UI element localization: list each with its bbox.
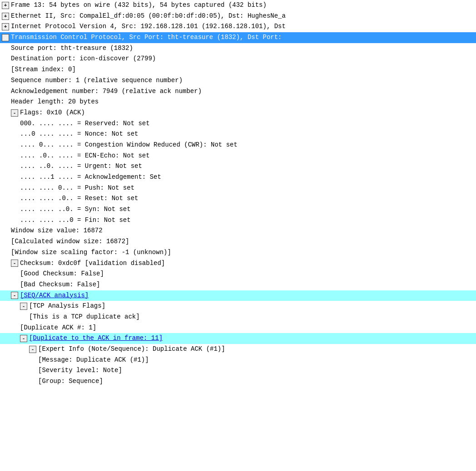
group-text: [Group: Sequence] xyxy=(38,377,103,387)
packet-details: +Frame 13: 54 bytes on wire (432 bits), … xyxy=(0,0,476,387)
seq-ack-analysis[interactable]: -[SEQ/ACK analysis] xyxy=(0,290,476,301)
dst-port-text: Destination port: icon-discover (2799) xyxy=(11,54,156,64)
acknowledgement: .... ...1 .... = Acknowledgement: Set xyxy=(0,172,476,183)
frame-line-text: Frame 13: 54 bytes on wire (432 bits), 5… xyxy=(11,0,267,10)
dup-to-ack-toggle[interactable]: - xyxy=(20,335,27,342)
flags-line[interactable]: -Flags: 0x10 (ACK) xyxy=(0,108,476,118)
push-text: .... .... 0... = Push: Not set xyxy=(20,183,134,193)
ack-number-text: Acknowledgement number: 7949 (relative a… xyxy=(11,87,202,97)
push: .... .... 0... = Push: Not set xyxy=(0,183,476,194)
tcp-analysis-flags-text: [TCP Analysis Flags] xyxy=(29,301,105,311)
checksum-text: Checksum: 0xdc0f [validation disabled] xyxy=(20,259,165,269)
checksum[interactable]: -Checksum: 0xdc0f [validation disabled] xyxy=(0,258,476,269)
bad-checksum-text: [Bad Checksum: False] xyxy=(20,280,100,290)
src-port-text: Source port: tht-treasure (1832) xyxy=(11,44,133,54)
ecn-echo: .... .0.. .... = ECN-Echo: Not set xyxy=(0,151,476,162)
flags-line-text: Flags: 0x10 (ACK) xyxy=(20,108,85,118)
nonce: ...0 .... .... = Nonce: Not set xyxy=(0,129,476,140)
window-size: Window size value: 16872 xyxy=(0,226,476,236)
seq-ack-analysis-toggle[interactable]: - xyxy=(11,292,18,299)
group: [Group: Sequence] xyxy=(0,376,476,387)
reserved: 000. .... .... = Reserved: Not set xyxy=(0,118,476,129)
src-port: Source port: tht-treasure (1832) xyxy=(0,43,476,54)
severity: [Severity level: Note] xyxy=(0,365,476,376)
message-text: [Message: Duplicate ACK (#1)] xyxy=(38,355,149,365)
dup-ack-num: [Duplicate ACK #: 1] xyxy=(0,323,476,334)
severity-text: [Severity level: Note] xyxy=(38,366,122,376)
tcp-line-text: Transmission Control Protocol, Src Port:… xyxy=(11,33,282,43)
dst-port: Destination port: icon-discover (2799) xyxy=(0,54,476,64)
dup-to-ack[interactable]: -[Duplicate to the ACK in frame: 11] xyxy=(0,333,476,344)
seq-ack-analysis-text: [SEQ/ACK analysis] xyxy=(20,291,89,301)
stream-index: [Stream index: 0] xyxy=(0,64,476,75)
flags-line-toggle[interactable]: - xyxy=(11,109,18,117)
calc-window-text: [Calculated window size: 16872] xyxy=(11,237,129,247)
expert-info-toggle[interactable]: - xyxy=(29,346,36,353)
urgent: .... ..0. .... = Urgent: Not set xyxy=(0,161,476,172)
good-checksum-text: [Good Checksum: False] xyxy=(20,269,104,279)
reserved-text: 000. .... .... = Reserved: Not set xyxy=(20,119,150,129)
good-checksum: [Good Checksum: False] xyxy=(0,269,476,280)
urgent-text: .... ..0. .... = Urgent: Not set xyxy=(20,162,142,172)
message: [Message: Duplicate ACK (#1)] xyxy=(0,355,476,366)
tcp-line[interactable]: -Transmission Control Protocol, Src Port… xyxy=(0,32,476,43)
ethernet-line-toggle[interactable]: + xyxy=(2,13,9,20)
calc-window: [Calculated window size: 16872] xyxy=(0,236,476,247)
checksum-toggle[interactable]: - xyxy=(11,260,18,267)
seq-number-text: Sequence number: 1 (relative sequence nu… xyxy=(11,76,183,86)
ethernet-line-text: Ethernet II, Src: CompalEl_df:d0:05 (00:… xyxy=(11,11,286,21)
window-scaling: [Window size scaling factor: -1 (unknown… xyxy=(0,247,476,258)
reset: .... .... .0.. = Reset: Not set xyxy=(0,193,476,204)
nonce-text: ...0 .... .... = Nonce: Not set xyxy=(20,129,138,139)
tcp-dup-ack-text: [This is a TCP duplicate ack] xyxy=(29,312,140,322)
expert-info[interactable]: -[Expert Info (Note/Sequence): Duplicate… xyxy=(0,344,476,355)
tcp-line-toggle[interactable]: - xyxy=(2,34,9,41)
cwr: .... 0... .... = Congestion Window Reduc… xyxy=(0,140,476,151)
frame-line-toggle[interactable]: + xyxy=(2,2,9,9)
syn-text: .... .... ..0. = Syn: Not set xyxy=(20,205,131,215)
ip-line[interactable]: +Internet Protocol Version 4, Src: 192.1… xyxy=(0,21,476,32)
header-length: Header length: 20 bytes xyxy=(0,97,476,108)
acknowledgement-text: .... ...1 .... = Acknowledgement: Set xyxy=(20,172,161,182)
cwr-text: .... 0... .... = Congestion Window Reduc… xyxy=(20,140,238,150)
header-length-text: Header length: 20 bytes xyxy=(11,97,99,107)
ip-line-text: Internet Protocol Version 4, Src: 192.16… xyxy=(11,22,286,32)
stream-index-text: [Stream index: 0] xyxy=(11,65,76,75)
window-size-text: Window size value: 16872 xyxy=(11,226,103,236)
fin-text: .... .... ...0 = Fin: Not set xyxy=(20,216,131,226)
ip-line-toggle[interactable]: + xyxy=(2,23,9,30)
tcp-dup-ack: [This is a TCP duplicate ack] xyxy=(0,312,476,323)
tcp-analysis-flags[interactable]: -[TCP Analysis Flags] xyxy=(0,301,476,312)
dup-ack-num-text: [Duplicate ACK #: 1] xyxy=(20,323,96,333)
window-scaling-text: [Window size scaling factor: -1 (unknown… xyxy=(11,248,171,258)
bad-checksum: [Bad Checksum: False] xyxy=(0,280,476,290)
ethernet-line[interactable]: +Ethernet II, Src: CompalEl_df:d0:05 (00… xyxy=(0,11,476,22)
expert-info-text: [Expert Info (Note/Sequence): Duplicate … xyxy=(38,344,225,354)
tcp-analysis-flags-toggle[interactable]: - xyxy=(20,303,27,310)
ack-number: Acknowledgement number: 7949 (relative a… xyxy=(0,86,476,97)
ecn-echo-text: .... .0.. .... = ECN-Echo: Not set xyxy=(20,151,150,161)
dup-to-ack-text: [Duplicate to the ACK in frame: 11] xyxy=(29,334,163,343)
fin: .... .... ...0 = Fin: Not set xyxy=(0,215,476,226)
reset-text: .... .... .0.. = Reset: Not set xyxy=(20,194,138,204)
frame-line[interactable]: +Frame 13: 54 bytes on wire (432 bits), … xyxy=(0,0,476,11)
syn: .... .... ..0. = Syn: Not set xyxy=(0,204,476,215)
seq-number: Sequence number: 1 (relative sequence nu… xyxy=(0,75,476,86)
